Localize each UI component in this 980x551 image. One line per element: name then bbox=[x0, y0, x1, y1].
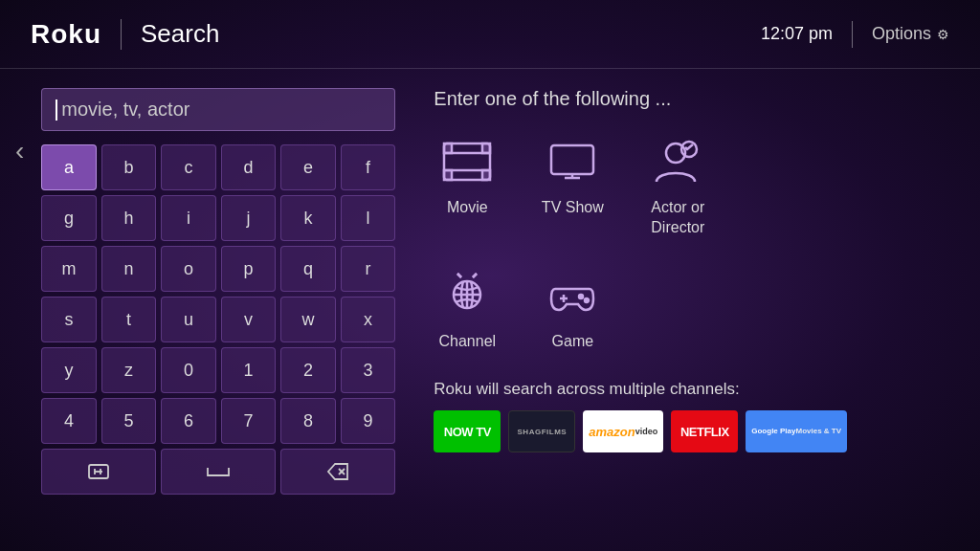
key-8[interactable]: 8 bbox=[280, 398, 336, 444]
key-e[interactable]: e bbox=[280, 144, 336, 190]
keyboard-grid: a b c d e f g h i j k l m n o p q r s t … bbox=[41, 144, 395, 444]
search-placeholder: movie, tv, actor bbox=[61, 99, 189, 121]
key-0[interactable]: 0 bbox=[161, 347, 216, 393]
key-3[interactable]: 3 bbox=[341, 347, 396, 393]
category-game-label: Game bbox=[552, 332, 594, 352]
keyboard-panel: movie, tv, actor a b c d e f g h i j k l… bbox=[32, 88, 405, 551]
search-input[interactable]: movie, tv, actor bbox=[41, 88, 395, 131]
category-movie-label: Movie bbox=[447, 198, 488, 218]
current-time: 12:07 pm bbox=[761, 24, 833, 44]
options-label: Options bbox=[872, 24, 931, 44]
category-movie[interactable]: Movie bbox=[434, 133, 501, 218]
categories-row-2: Channel Game bbox=[434, 267, 951, 352]
key-9[interactable]: 9 bbox=[341, 398, 396, 444]
main-content: ‹ movie, tv, actor a b c d e f g h i j k… bbox=[0, 69, 980, 551]
header-divider2 bbox=[852, 21, 853, 48]
back-button[interactable]: ‹ bbox=[0, 88, 32, 551]
svg-rect-11 bbox=[444, 170, 452, 180]
svg-line-20 bbox=[473, 274, 477, 277]
category-game[interactable]: Game bbox=[539, 267, 606, 352]
back-arrow-icon: ‹ bbox=[15, 136, 24, 166]
channels-section: Roku will search across multiple channel… bbox=[434, 380, 951, 452]
roku-logo: Roku bbox=[31, 19, 101, 50]
key-1[interactable]: 1 bbox=[221, 347, 277, 393]
header-divider bbox=[121, 19, 122, 50]
key-q[interactable]: q bbox=[280, 246, 336, 292]
key-y[interactable]: y bbox=[41, 347, 97, 393]
key-l[interactable]: l bbox=[341, 195, 396, 241]
channel-amazon: amazon video bbox=[583, 410, 663, 452]
right-panel: Enter one of the following ... Movie bbox=[405, 88, 980, 551]
key-g[interactable]: g bbox=[41, 195, 97, 241]
svg-point-24 bbox=[585, 298, 589, 302]
key-2[interactable]: 2 bbox=[280, 347, 336, 393]
gear-icon: ⚙ bbox=[937, 27, 949, 42]
key-o[interactable]: o bbox=[161, 246, 216, 292]
category-actor-label: Actor orDirector bbox=[651, 198, 704, 238]
key-k[interactable]: k bbox=[280, 195, 336, 241]
key-p[interactable]: p bbox=[221, 246, 277, 292]
tv-icon bbox=[539, 133, 606, 190]
svg-point-23 bbox=[579, 295, 583, 298]
key-backspace[interactable] bbox=[280, 449, 395, 495]
special-keys-row bbox=[41, 449, 395, 495]
svg-line-19 bbox=[457, 274, 461, 277]
channels-title: Roku will search across multiple channel… bbox=[434, 380, 951, 399]
svg-rect-12 bbox=[482, 170, 490, 180]
key-space[interactable] bbox=[161, 449, 276, 495]
key-c[interactable]: c bbox=[161, 144, 216, 190]
key-x[interactable]: x bbox=[341, 297, 396, 342]
person-icon bbox=[644, 133, 711, 190]
key-7[interactable]: 7 bbox=[221, 398, 277, 444]
page-title: Search bbox=[141, 19, 219, 49]
film-icon bbox=[434, 133, 501, 190]
key-t[interactable]: t bbox=[101, 297, 157, 342]
key-h[interactable]: h bbox=[101, 195, 157, 241]
app-header: Roku Search 12:07 pm Options ⚙ bbox=[0, 0, 980, 69]
key-f[interactable]: f bbox=[341, 144, 396, 190]
channel-google: Google Play Movies & TV bbox=[746, 410, 847, 452]
key-b[interactable]: b bbox=[101, 144, 157, 190]
game-icon bbox=[539, 267, 606, 324]
categories-row-1: Movie TV Show bbox=[434, 133, 951, 238]
channel-icon bbox=[434, 267, 501, 324]
key-m[interactable]: m bbox=[41, 246, 97, 292]
category-tv-show[interactable]: TV Show bbox=[539, 133, 606, 218]
key-v[interactable]: v bbox=[221, 297, 277, 342]
key-z[interactable]: z bbox=[101, 347, 157, 393]
key-w[interactable]: w bbox=[280, 297, 336, 342]
key-u[interactable]: u bbox=[161, 297, 216, 342]
key-n[interactable]: n bbox=[101, 246, 157, 292]
text-cursor bbox=[56, 99, 57, 121]
key-j[interactable]: j bbox=[221, 195, 277, 241]
key-5[interactable]: 5 bbox=[101, 398, 157, 444]
svg-rect-9 bbox=[444, 143, 452, 153]
category-channel[interactable]: Channel bbox=[434, 267, 501, 352]
channel-nowtv: NOW TV bbox=[434, 410, 501, 452]
key-delete[interactable] bbox=[41, 449, 156, 495]
header-right: 12:07 pm Options ⚙ bbox=[761, 21, 949, 48]
category-tv-label: TV Show bbox=[542, 198, 604, 218]
category-actor-director[interactable]: Actor orDirector bbox=[644, 133, 711, 238]
key-a[interactable]: a bbox=[41, 144, 97, 190]
channels-row: NOW TV SHAGFILMS amazon video NETFLIX Go… bbox=[434, 410, 951, 452]
key-6[interactable]: 6 bbox=[161, 398, 216, 444]
key-i[interactable]: i bbox=[161, 195, 216, 241]
channel-netflix: NETFLIX bbox=[671, 410, 738, 452]
svg-rect-13 bbox=[551, 145, 593, 174]
category-channel-label: Channel bbox=[439, 332, 497, 352]
key-r[interactable]: r bbox=[341, 246, 396, 292]
prompt-text: Enter one of the following ... bbox=[434, 88, 951, 110]
svg-rect-10 bbox=[482, 143, 490, 153]
key-4[interactable]: 4 bbox=[41, 398, 97, 444]
options-button[interactable]: Options ⚙ bbox=[872, 24, 949, 44]
channel-shagfilms: SHAGFILMS bbox=[508, 410, 575, 452]
key-s[interactable]: s bbox=[41, 297, 97, 342]
key-d[interactable]: d bbox=[221, 144, 277, 190]
